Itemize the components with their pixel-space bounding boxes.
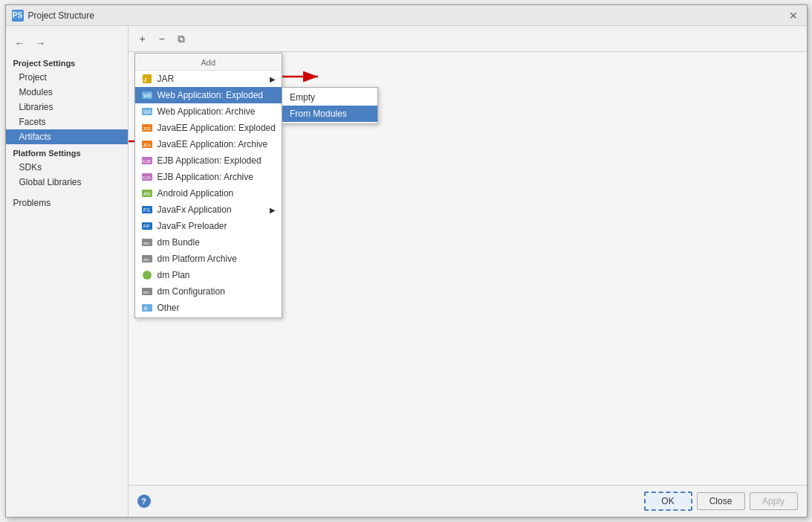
add-dropdown: Add J JAR ▶ WE	[134, 53, 282, 318]
platform-settings-section: Platform Settings	[6, 144, 128, 160]
ok-button[interactable]: OK	[644, 492, 692, 511]
jar-arrow: ▶	[270, 75, 276, 83]
add-dropdown-menu: Add J JAR ▶ WE	[134, 53, 282, 318]
other-icon: ⊕	[141, 302, 153, 314]
back-button[interactable]: ←	[12, 35, 28, 51]
close-window-button[interactable]: ✕	[786, 8, 801, 23]
dm-bundle-icon: dm	[141, 236, 153, 248]
apply-button[interactable]: Apply	[750, 492, 798, 510]
sidebar-item-project[interactable]: Project	[6, 70, 128, 85]
sidebar-item-artifacts[interactable]: Artifacts	[6, 129, 128, 144]
svg-text:AN: AN	[143, 191, 151, 196]
jar-icon: J	[141, 73, 153, 85]
dialog-body: ← → Project Settings Project Modules Lib…	[6, 26, 807, 517]
menu-item-ejb-archive[interactable]: EJA EJB Application: Archive	[135, 169, 282, 185]
menu-item-dm-bundle[interactable]: dm dm Bundle	[135, 234, 282, 251]
svg-text:JEE: JEE	[143, 126, 151, 131]
sidebar-item-sdks[interactable]: SDKs	[6, 160, 128, 175]
ejb-exploded-label: EJB Application: Exploded	[157, 155, 262, 166]
web-exploded-label: Web Application: Exploded	[157, 90, 264, 100]
menu-item-dm-platform[interactable]: dm dm Platform Archive	[135, 251, 282, 267]
svg-text:EJB: EJB	[143, 159, 151, 164]
svg-text:J: J	[143, 77, 146, 83]
main-content: + − ⧉ Add J JAR	[129, 26, 807, 517]
menu-item-jar[interactable]: J JAR ▶	[135, 71, 282, 87]
javafx-arrow: ▶	[270, 206, 276, 214]
svg-text:WA: WA	[143, 109, 152, 115]
menu-item-dm-plan[interactable]: dm Plan	[135, 267, 282, 283]
svg-text:⊕: ⊕	[143, 306, 148, 311]
menu-item-javafx[interactable]: FX JavaFx Application ▶	[135, 202, 282, 218]
javafx-preloader-icon: FP	[141, 220, 153, 232]
sidebar-item-problems[interactable]: Problems	[13, 196, 120, 210]
add-button[interactable]: +	[134, 30, 151, 47]
dm-platform-label: dm Platform Archive	[157, 254, 237, 264]
menu-item-ejb-exploded[interactable]: EJB EJB Application: Exploded	[135, 152, 282, 169]
content-area: Add J JAR ▶ WE	[129, 52, 807, 485]
sidebar-item-libraries[interactable]: Libraries	[6, 100, 128, 115]
menu-item-other[interactable]: ⊕ Other	[135, 300, 282, 316]
dropdown-header: Add	[135, 55, 282, 71]
web-exploded-icon: WE	[141, 89, 153, 101]
web-archive-label: Web Application: Archive	[157, 106, 256, 117]
ejb-archive-label: EJB Application: Archive	[157, 172, 253, 182]
menu-item-javaee-archive[interactable]: JEA JavaEE Application: Archive	[135, 136, 282, 152]
project-settings-section: Project Settings	[6, 54, 128, 70]
svg-text:EJA: EJA	[143, 175, 151, 180]
javaee-exploded-icon: JEE	[141, 122, 153, 134]
dialog-title: Project Structure	[28, 10, 94, 21]
dm-plan-label: dm Plan	[157, 270, 190, 280]
menu-item-web-archive[interactable]: WA Web Application: Archive	[135, 103, 282, 120]
project-structure-dialog: PS Project Structure ✕ ← → Project Setti…	[5, 4, 808, 518]
web-exploded-submenu: Empty From Modules	[282, 87, 378, 124]
javafx-label: JavaFx Application	[157, 204, 232, 215]
other-label: Other	[157, 303, 180, 313]
android-icon: AN	[141, 187, 153, 199]
sidebar: ← → Project Settings Project Modules Lib…	[6, 26, 129, 517]
sidebar-item-modules[interactable]: Modules	[6, 85, 128, 100]
sidebar-item-facets[interactable]: Facets	[6, 115, 128, 129]
ejb-exploded-icon: EJB	[141, 155, 153, 167]
dm-config-icon: dm	[141, 286, 153, 297]
menu-item-javafx-preloader[interactable]: FP JavaFx Preloader	[135, 218, 282, 234]
menu-item-android[interactable]: AN Android Application	[135, 185, 282, 202]
svg-text:FP: FP	[143, 224, 150, 229]
app-icon: PS	[12, 10, 24, 22]
svg-text:JEA: JEA	[143, 143, 151, 147]
toolbar: + − ⧉	[129, 26, 807, 52]
bottom-bar: ? OK Close Apply	[129, 485, 807, 517]
title-bar: PS Project Structure ✕	[6, 5, 807, 26]
dm-config-label: dm Configuration	[157, 286, 225, 297]
copy-button[interactable]: ⧉	[173, 30, 189, 47]
javafx-icon: FX	[141, 204, 153, 216]
web-archive-icon: WA	[141, 106, 153, 117]
javaee-archive-label: JavaEE Application: Archive	[157, 139, 268, 149]
svg-point-24	[143, 271, 152, 280]
javaee-exploded-label: JavaEE Application: Exploded	[157, 123, 276, 133]
jar-label: JAR	[157, 74, 175, 84]
javaee-archive-icon: JEA	[141, 138, 153, 150]
sidebar-item-global-libraries[interactable]: Global Libraries	[6, 175, 128, 190]
ejb-archive-icon: EJA	[141, 171, 153, 183]
help-button[interactable]: ?	[137, 494, 151, 508]
dm-bundle-label: dm Bundle	[157, 237, 200, 248]
title-bar-left: PS Project Structure	[12, 10, 94, 22]
menu-item-web-exploded[interactable]: WE Web Application: Exploded Empty From …	[135, 87, 282, 103]
dm-plan-icon	[141, 269, 153, 281]
svg-text:dm: dm	[143, 241, 149, 245]
svg-text:dm: dm	[143, 290, 149, 294]
forward-button[interactable]: →	[33, 35, 49, 51]
dm-platform-icon: dm	[141, 253, 153, 265]
remove-button[interactable]: −	[154, 30, 170, 47]
svg-text:dm: dm	[143, 257, 149, 262]
submenu-empty[interactable]: Empty	[282, 89, 377, 106]
menu-item-javaee-exploded[interactable]: JEE JavaEE Application: Exploded	[135, 120, 282, 136]
svg-text:WE: WE	[143, 93, 152, 98]
javafx-preloader-label: JavaFx Preloader	[157, 221, 227, 231]
menu-item-dm-configuration[interactable]: dm dm Configuration	[135, 283, 282, 300]
svg-text:FX: FX	[143, 207, 150, 213]
submenu-from-modules[interactable]: From Modules	[282, 106, 377, 122]
android-label: Android Application	[157, 188, 234, 199]
close-button[interactable]: Close	[697, 492, 745, 510]
